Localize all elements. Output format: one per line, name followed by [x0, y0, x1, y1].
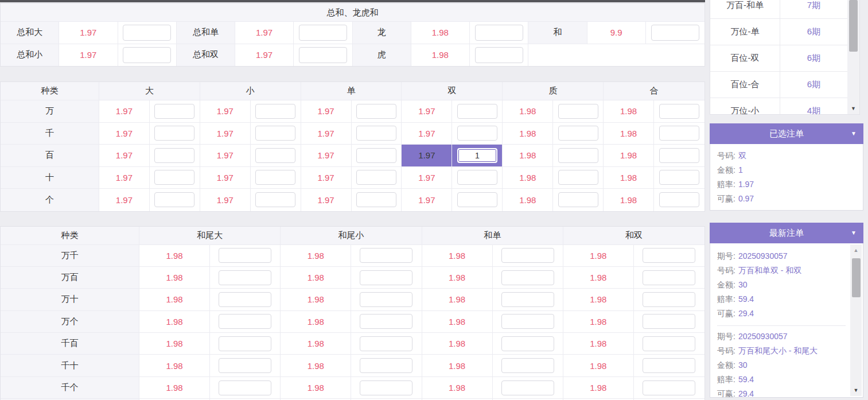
odds-value[interactable]: 1.98 [563, 355, 634, 376]
amount-input[interactable] [154, 192, 194, 207]
amount-input[interactable] [255, 192, 295, 207]
odds-value[interactable]: 1.98 [422, 377, 493, 398]
amount-input[interactable] [360, 292, 412, 307]
amount-input[interactable] [154, 104, 194, 119]
odds-value[interactable]: 1.97 [235, 22, 294, 44]
odds-value[interactable]: 1.97 [99, 189, 150, 211]
odds-value[interactable]: 1.97 [402, 123, 452, 145]
amount-input[interactable] [457, 148, 497, 163]
odds-value[interactable]: 1.98 [563, 377, 634, 398]
odds-value[interactable]: 1.97 [301, 167, 352, 189]
selected-bets-header[interactable]: 已选注单 ▼ [710, 123, 863, 144]
trend-scrollbar-thumb[interactable] [849, 0, 858, 52]
amount-input[interactable] [360, 358, 412, 373]
amount-input[interactable] [475, 47, 523, 63]
odds-value[interactable]: 1.98 [139, 311, 210, 332]
amount-input[interactable] [643, 358, 695, 373]
amount-input[interactable] [255, 148, 295, 163]
amount-input[interactable] [651, 25, 699, 41]
amount-input[interactable] [558, 170, 598, 185]
amount-input[interactable] [360, 314, 412, 329]
odds-value[interactable]: 1.97 [402, 189, 452, 211]
amount-input[interactable] [501, 248, 554, 263]
amount-input[interactable] [299, 47, 347, 63]
odds-value[interactable]: 1.98 [139, 245, 210, 266]
odds-value[interactable]: 1.98 [604, 189, 654, 211]
odds-value[interactable]: 1.97 [301, 145, 352, 166]
amount-input[interactable] [659, 170, 699, 185]
odds-value[interactable]: 1.98 [422, 245, 493, 266]
amount-input[interactable] [643, 336, 695, 351]
amount-input[interactable] [219, 380, 271, 395]
amount-input[interactable] [558, 104, 598, 119]
odds-value[interactable]: 1.97 [99, 123, 150, 145]
odds-value[interactable]: 1.98 [604, 167, 654, 189]
odds-value[interactable]: 1.97 [301, 189, 352, 211]
odds-value[interactable]: 1.98 [422, 355, 493, 376]
odds-value[interactable]: 1.98 [422, 333, 493, 354]
odds-value[interactable]: 1.97 [200, 167, 251, 189]
odds-value[interactable]: 1.98 [139, 333, 210, 354]
amount-input[interactable] [643, 292, 695, 307]
chevron-down-icon[interactable]: ▼ [851, 123, 857, 144]
trend-list-item[interactable]: 万位-单6期 [710, 19, 859, 45]
odds-value[interactable]: 1.97 [99, 145, 150, 166]
amount-input[interactable] [356, 170, 396, 185]
odds-value[interactable]: 1.98 [563, 311, 634, 332]
odds-value[interactable]: 1.98 [422, 267, 493, 288]
trend-list-item[interactable]: 百位-合6期 [710, 72, 859, 98]
odds-value[interactable]: 1.98 [281, 289, 351, 310]
amount-input[interactable] [219, 248, 271, 263]
amount-input[interactable] [457, 126, 497, 141]
odds-value[interactable]: 1.98 [139, 355, 210, 376]
odds-value[interactable]: 1.98 [422, 311, 493, 332]
odds-value[interactable]: 1.97 [200, 123, 251, 145]
odds-value[interactable]: 9.9 [587, 22, 646, 44]
trend-scrollbar[interactable]: ▼ [847, 0, 859, 114]
amount-input[interactable] [659, 192, 699, 207]
amount-input[interactable] [154, 126, 194, 141]
latest-scrollbar-thumb[interactable] [852, 258, 861, 297]
amount-input[interactable] [457, 192, 497, 207]
odds-value[interactable]: 1.98 [281, 377, 351, 398]
odds-value[interactable]: 1.98 [503, 167, 553, 189]
amount-input[interactable] [643, 380, 695, 395]
amount-input[interactable] [154, 170, 194, 185]
amount-input[interactable] [558, 192, 598, 207]
trend-list-item[interactable]: 万百-和单7期 [710, 0, 859, 19]
odds-value[interactable]: 1.97 [59, 22, 118, 44]
odds-value[interactable]: 1.98 [422, 289, 493, 310]
amount-input[interactable] [219, 358, 271, 373]
odds-value[interactable]: 1.98 [281, 245, 351, 266]
scroll-up-icon[interactable]: ▲ [850, 246, 862, 255]
odds-value[interactable]: 1.97 [402, 145, 452, 166]
amount-input[interactable] [360, 270, 412, 285]
amount-input[interactable] [255, 104, 295, 119]
odds-value[interactable]: 1.98 [139, 267, 210, 288]
amount-input[interactable] [360, 248, 412, 263]
scroll-down-icon[interactable]: ▼ [847, 104, 859, 113]
odds-value[interactable]: 1.97 [200, 189, 251, 211]
amount-input[interactable] [501, 270, 554, 285]
amount-input[interactable] [501, 358, 554, 373]
odds-value[interactable]: 1.97 [59, 44, 118, 67]
odds-value[interactable]: 1.98 [139, 377, 210, 398]
amount-input[interactable] [219, 336, 271, 351]
odds-value[interactable]: 1.98 [563, 267, 634, 288]
odds-value[interactable]: 1.98 [503, 100, 553, 122]
odds-value[interactable]: 1.97 [402, 167, 452, 189]
odds-value[interactable]: 1.98 [563, 245, 634, 266]
amount-input[interactable] [356, 104, 396, 119]
amount-input[interactable] [219, 292, 271, 307]
odds-value[interactable]: 1.97 [200, 100, 251, 122]
odds-value[interactable]: 1.97 [235, 44, 294, 67]
odds-value[interactable]: 1.98 [604, 123, 654, 145]
odds-value[interactable]: 1.97 [301, 123, 352, 145]
amount-input[interactable] [659, 126, 699, 141]
scroll-down-icon[interactable]: ▼ [850, 386, 862, 395]
amount-input[interactable] [501, 292, 554, 307]
amount-input[interactable] [475, 25, 523, 41]
amount-input[interactable] [501, 380, 554, 395]
latest-bets-scrollbar[interactable]: ▲ ▼ [850, 244, 862, 396]
odds-value[interactable]: 1.98 [281, 311, 351, 332]
